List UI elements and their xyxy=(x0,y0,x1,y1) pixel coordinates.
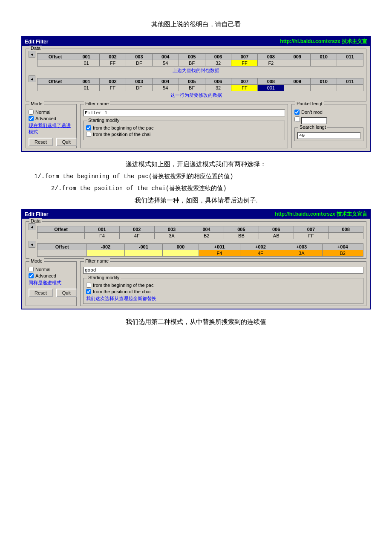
mode-content: Normal Advanced 现在我们选择了递进模式 xyxy=(29,110,74,135)
d2-scroll-left-1[interactable]: ◄ xyxy=(29,223,35,230)
advanced-checkbox[interactable] xyxy=(29,116,34,121)
advanced-label: Advanced xyxy=(35,116,56,121)
filter-name-panel: Filter name Starting modify from the beg… xyxy=(80,104,288,148)
d2-normal-row: Normal xyxy=(29,267,74,272)
d2-table2-row: ◄ Offset -002 -001 000 +001 +002 +003 xyxy=(29,241,363,257)
d2-c2-p002: 4F xyxy=(240,250,281,257)
cell-ff1: FF xyxy=(100,60,126,66)
d2-search-table: Offset 001 002 003 004 005 006 007 008 xyxy=(37,226,363,239)
scroll-left-2[interactable]: ◄ xyxy=(29,75,35,82)
d2-mode-label: Mode xyxy=(29,258,44,263)
d2-filter-name-label: Filter name xyxy=(84,258,110,263)
d2-th-offset: Offset xyxy=(37,226,85,233)
from-pos-checkbox[interactable] xyxy=(86,132,91,137)
d2-advanced-label: Advanced xyxy=(35,273,56,278)
advanced-row: Advanced xyxy=(29,116,74,121)
th2-005: 005 xyxy=(179,78,205,85)
d2-from-pos-checkbox[interactable] xyxy=(86,289,91,294)
d2-filter-name-content xyxy=(83,267,363,274)
para5: 我们选用第二种模式，从中替换所搜索到的连续值 xyxy=(17,318,375,326)
d2-mode-panel: Mode Normal Advanced 同样是递进模式 Reset Quit xyxy=(26,261,77,306)
d2-c2-n002 xyxy=(87,250,125,257)
th-offset-1: Offset xyxy=(37,54,73,60)
dont-mod-label: Don't mod xyxy=(301,110,323,115)
search-len-panel: Search lengt xyxy=(294,127,363,141)
quit-button[interactable]: Quit xyxy=(56,138,77,146)
para2: 1/.form the beginning of the pac(替换被搜索到的… xyxy=(34,173,375,180)
th2-007: 007 xyxy=(231,78,258,85)
d2-normal-checkbox[interactable] xyxy=(29,267,34,272)
packet-input-row xyxy=(294,116,363,124)
normal-checkbox[interactable] xyxy=(29,110,34,115)
d2-c2-p001: F4 xyxy=(199,250,240,257)
filter-name-input[interactable] xyxy=(83,110,285,116)
starting-modify-panel: Starting modify from the beginning of th… xyxy=(83,121,285,140)
d2-th2-p001: +001 xyxy=(199,244,240,250)
th2-003: 003 xyxy=(126,78,152,85)
dont-mod-checkbox[interactable] xyxy=(294,110,300,115)
d2-th-006: 006 xyxy=(259,226,294,233)
d2-th2-offset: Offset xyxy=(37,244,87,250)
cell-empty1 xyxy=(284,60,311,66)
d2-quit-button[interactable]: Quit xyxy=(56,289,77,297)
d2-th-007: 007 xyxy=(294,226,329,233)
scroll-left-1[interactable]: ◄ xyxy=(29,51,35,58)
para3: 2/.from the psoition of the chai(替换被搜索连续… xyxy=(51,185,375,192)
d2-th2-n002: -002 xyxy=(87,244,125,250)
d2-th-008: 008 xyxy=(329,226,363,233)
from-pos-row: from the position of the chai xyxy=(86,132,282,137)
d2-scroll-left-2[interactable]: ◄ xyxy=(29,241,35,248)
dont-mod-row: Don't mod xyxy=(294,110,363,115)
d2-bottom-section: Mode Normal Advanced 同样是递进模式 Reset Quit xyxy=(26,261,366,306)
d2-from-pos-row: from the position of the chai xyxy=(86,289,360,294)
packet-checkbox2[interactable] xyxy=(294,116,300,122)
d2-c-b2: B2 xyxy=(189,233,224,239)
d2-th2-p003: +003 xyxy=(281,244,322,250)
th-003-1: 003 xyxy=(126,54,152,60)
d2-normal-label: Normal xyxy=(35,267,50,272)
cell-54-1: 54 xyxy=(152,60,179,66)
btn-row: Reset Quit xyxy=(29,138,74,146)
d2-c2-000 xyxy=(162,250,199,257)
d2-starting-modify-panel: Starting modify from the beginning of th… xyxy=(83,278,363,304)
search-len-input[interactable] xyxy=(297,132,360,139)
data-group-label-2: Data xyxy=(29,218,42,223)
d2-note-bottom: 我们这次选择从查理起全新都替换 xyxy=(86,295,360,302)
d2-c2-n001 xyxy=(125,250,163,257)
data-group-label: Data xyxy=(29,46,42,51)
d2-from-beg-checkbox[interactable] xyxy=(86,283,91,288)
d2-filter-name-panel: Filter name Starting modify from the beg… xyxy=(80,261,366,306)
d2-c2-p003: 3A xyxy=(281,250,322,257)
search-table: Offset 001 002 003 004 005 006 007 008 0… xyxy=(37,53,363,66)
cell-f2: F2 xyxy=(258,60,284,66)
d2-th2-p004: +004 xyxy=(322,244,363,250)
d2-th2-n001: -001 xyxy=(125,244,163,250)
from-beg-row: from the beginning of the pac xyxy=(86,125,282,130)
normal-row: Normal xyxy=(29,110,74,115)
dialog2-url: http://hi.baidu.com/xrszx 技术主义宣言 xyxy=(275,211,367,218)
d2-th-004: 004 xyxy=(189,226,224,233)
d2-th2-p002: +002 xyxy=(240,244,281,250)
th2-009: 009 xyxy=(284,78,311,85)
reset-button[interactable]: Reset xyxy=(29,138,53,146)
intro-text: 其他图上说的很明白，请自己看 xyxy=(17,20,375,29)
packet-value-input[interactable] xyxy=(301,117,327,124)
note1: 上边为查找的封包数据 xyxy=(29,67,363,74)
from-pos-label: from the position of the chai xyxy=(93,132,150,137)
starting-modify-content: from the beginning of the pac from the p… xyxy=(86,125,282,137)
d2-advanced-checkbox[interactable] xyxy=(29,273,34,278)
d2-th2-000: 000 xyxy=(162,244,199,250)
d2-mode-note: 同样是递进模式 xyxy=(29,280,74,286)
cell2-e2 xyxy=(311,85,337,91)
d2-filter-name-input[interactable] xyxy=(83,267,363,274)
th-006-1: 006 xyxy=(205,54,231,60)
modify-table: Offset 001 002 003 004 005 006 007 008 0… xyxy=(37,78,363,91)
filter-name-content xyxy=(83,110,285,116)
d2-th-005: 005 xyxy=(224,226,259,233)
from-beg-checkbox[interactable] xyxy=(86,125,91,130)
d2-modify-table: Offset -002 -001 000 +001 +002 +003 +004 xyxy=(37,243,363,257)
th2-010: 010 xyxy=(311,78,337,85)
d2-from-beg-row: from the beginning of the pac xyxy=(86,283,360,288)
d2-reset-button[interactable]: Reset xyxy=(29,289,53,297)
th-007-1: 007 xyxy=(231,54,258,60)
